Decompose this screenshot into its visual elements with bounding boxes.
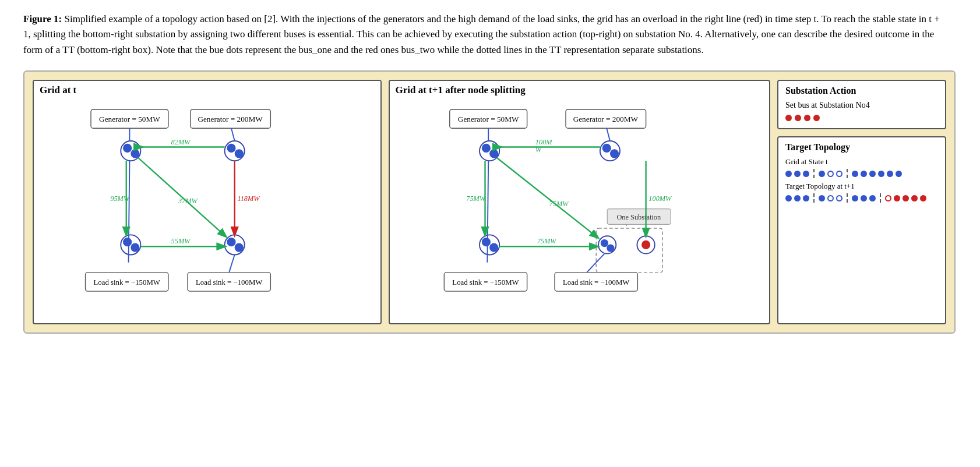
dot-st-7: [852, 171, 858, 177]
dot-st-5: [827, 171, 834, 177]
substation-action-panel: Substation Action Set bus at Substation …: [777, 80, 946, 129]
dot-tt-5: [827, 195, 834, 201]
svg-text:82MW: 82MW: [171, 138, 192, 146]
svg-point-54: [607, 244, 614, 252]
dot-tt-4: [819, 195, 825, 201]
dot-st-6: [836, 171, 842, 177]
target-tt-dots: [785, 193, 938, 203]
svg-text:75MW: 75MW: [466, 194, 487, 203]
dot-st-8: [861, 171, 867, 177]
svg-text:118MW: 118MW: [237, 194, 260, 203]
svg-point-56: [641, 240, 650, 249]
dot-tt-2: [794, 195, 801, 201]
dot-st-4: [819, 171, 825, 177]
mid-grid-panel: Grid at t+1 after node splitting Generat…: [389, 80, 771, 324]
svg-point-10: [131, 149, 139, 158]
target-topology-title: Target Topology: [785, 142, 938, 153]
divider-tt-2: [847, 193, 848, 203]
mid-grid-svg: Generator = 50MW Generator = 200MW Load …: [390, 98, 770, 314]
action-dots-row: [785, 115, 938, 121]
svg-text:Load sink = −100MW: Load sink = −100MW: [563, 278, 630, 286]
dot-st-10: [878, 171, 884, 177]
svg-text:Generator = 200MW: Generator = 200MW: [198, 115, 263, 123]
action-dot-4: [813, 115, 820, 121]
svg-point-44: [489, 149, 498, 158]
svg-point-15: [123, 238, 132, 246]
divider-tt-1: [813, 193, 815, 203]
svg-line-21: [231, 128, 235, 141]
figure-label: Figure 1:: [23, 13, 62, 24]
main-figure-box: Grid at t Generator = 50MW Generator = 2…: [23, 70, 956, 334]
left-panel-title: Grid at t: [34, 81, 380, 98]
state-t-dots: [785, 169, 938, 178]
divider-st-2: [847, 169, 848, 178]
svg-text:Load sink = −100MW: Load sink = −100MW: [196, 278, 263, 286]
dot-st-9: [869, 171, 876, 177]
dot-tt-1: [785, 195, 792, 201]
target-topology-panel: Target Topology Grid at State t Target: [777, 136, 946, 324]
svg-point-46: [602, 144, 611, 153]
svg-text:Generator = 50MW: Generator = 50MW: [99, 115, 160, 123]
action-dot-2: [795, 115, 801, 121]
right-column: Substation Action Set bus at Substation …: [777, 80, 946, 324]
svg-text:37MW: 37MW: [178, 197, 199, 205]
action-dot-3: [804, 115, 810, 121]
target-tt-label: Target Topology at t+1: [785, 182, 938, 191]
svg-line-61: [607, 128, 610, 141]
dot-tt-12: [903, 195, 909, 201]
caption-text: Simplified example of a topology action …: [23, 13, 940, 55]
svg-text:95MW: 95MW: [110, 194, 131, 203]
dot-st-12: [896, 171, 902, 177]
svg-point-16: [131, 243, 139, 252]
svg-text:Generator = 200MW: Generator = 200MW: [573, 115, 638, 123]
dot-st-1: [785, 171, 792, 177]
svg-text:W: W: [535, 146, 542, 154]
substation-action-title: Substation Action: [785, 86, 938, 96]
svg-point-13: [235, 149, 244, 158]
dot-tt-6: [836, 195, 842, 201]
svg-line-69: [497, 158, 598, 238]
left-grid-inner: Grid at t Generator = 50MW Generator = 2…: [33, 80, 382, 324]
svg-point-19: [235, 243, 244, 252]
figure-caption: Figure 1: Simplified example of a topolo…: [23, 12, 944, 58]
svg-point-47: [609, 149, 618, 158]
dot-tt-3: [803, 195, 809, 201]
dot-tt-11: [894, 195, 900, 201]
svg-point-12: [227, 144, 235, 153]
svg-text:55MW: 55MW: [171, 237, 192, 245]
dot-tt-14: [920, 195, 926, 201]
svg-text:One Substation: One Substation: [616, 213, 661, 221]
svg-text:75MW: 75MW: [549, 200, 569, 208]
svg-point-18: [227, 238, 235, 246]
dot-tt-9: [869, 195, 876, 201]
divider-tt-3: [880, 193, 881, 203]
action-dot-1: [785, 115, 792, 121]
dot-tt-8: [861, 195, 867, 201]
svg-text:100MW: 100MW: [648, 194, 672, 203]
svg-line-23: [229, 255, 234, 273]
dot-st-2: [794, 171, 801, 177]
left-grid-panel: Grid at t Generator = 50MW Generator = 2…: [33, 80, 382, 324]
mid-panel-title: Grid at t+1 after node splitting: [390, 81, 770, 98]
substation-action-text: Set bus at Substation No4: [785, 101, 938, 110]
svg-point-9: [123, 144, 132, 153]
svg-point-49: [481, 238, 490, 246]
dot-tt-7: [852, 195, 858, 201]
svg-text:Load sink = −150MW: Load sink = −150MW: [452, 278, 519, 286]
state-t-label: Grid at State t: [785, 157, 938, 167]
svg-text:Generator = 50MW: Generator = 50MW: [457, 115, 519, 123]
svg-text:Load sink = −150MW: Load sink = −150MW: [94, 278, 161, 286]
svg-point-53: [600, 239, 608, 247]
dot-tt-10: [885, 195, 891, 201]
svg-text:75MW: 75MW: [537, 237, 557, 245]
svg-point-43: [481, 144, 490, 153]
dot-st-11: [887, 171, 893, 177]
mid-grid-inner: Grid at t+1 after node splitting Generat…: [389, 80, 771, 324]
svg-text:100M: 100M: [535, 138, 552, 146]
divider-st-1: [813, 169, 815, 178]
svg-point-50: [489, 243, 498, 252]
left-grid-svg: Generator = 50MW Generator = 200MW Load …: [34, 98, 380, 314]
dot-tt-13: [911, 195, 918, 201]
dot-st-3: [803, 171, 809, 177]
svg-line-63: [587, 254, 604, 273]
